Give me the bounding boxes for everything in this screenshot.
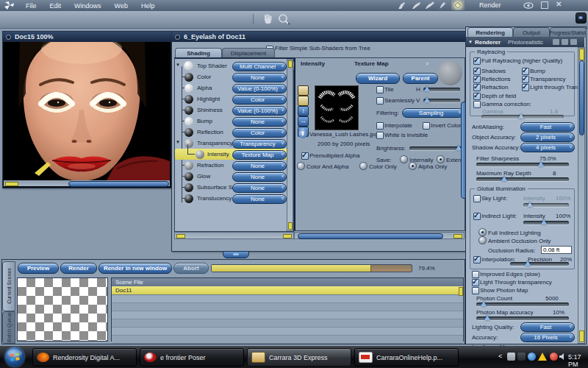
ambient-occlusion-only-radio[interactable]	[479, 237, 486, 244]
object-accuracy-dropdown[interactable]: 2 pixels»	[520, 132, 575, 142]
channel-type-dropdown[interactable]: Transparency»	[232, 139, 287, 149]
sky-light-checkbox[interactable]	[473, 195, 481, 202]
tree-row-highlight[interactable]: HighlightColor»	[175, 93, 293, 105]
tree-row-bump[interactable]: BumpNone»	[175, 116, 293, 127]
pan-hand-icon[interactable]	[262, 13, 273, 25]
seamlessly-checkbox[interactable]	[376, 97, 384, 105]
tree-row-top-shader[interactable]: ▼ Top Shader Multi Channel»	[175, 60, 293, 71]
white-invisible-checkbox[interactable]	[376, 132, 384, 139]
panel-toggle-button[interactable]	[576, 13, 587, 24]
wizard-button[interactable]: Wizard	[356, 73, 400, 84]
scene-list-header[interactable]: Scene File	[112, 278, 463, 286]
light-through-trans-checkbox[interactable]	[522, 84, 529, 91]
tree-row-transparency[interactable]: ▼TransparencyTransparency»	[175, 138, 293, 149]
scene-row-empty[interactable]	[112, 319, 463, 328]
occlusion-radius-input[interactable]	[541, 246, 572, 254]
interpolation-checkbox[interactable]	[473, 256, 481, 263]
panel-collapse-handle[interactable]	[223, 251, 249, 258]
scroll-cap[interactable]	[5, 182, 18, 186]
scroll-thumb[interactable]	[68, 181, 169, 187]
taskbar-item-carrara[interactable]: Carrara 3D Express	[247, 348, 351, 367]
maximize-icon[interactable]	[541, 1, 548, 9]
shader-titlebar[interactable]: 6_Eyelash of Doc11	[172, 32, 465, 42]
tree-vscrollbar[interactable]	[287, 59, 293, 231]
tile-h-slider[interactable]	[423, 88, 460, 91]
invert-color-checkbox[interactable]	[423, 122, 430, 130]
tree-row-color[interactable]: ColorNone»	[175, 71, 293, 82]
viewport-canvas[interactable]	[4, 42, 170, 180]
tree-row-glow[interactable]: GlowNone»	[175, 171, 293, 182]
filter-sharpness-slider[interactable]	[476, 163, 569, 166]
abort-button[interactable]: Abort	[173, 263, 209, 274]
tile-v-slider[interactable]	[423, 99, 460, 102]
burner-icon[interactable]	[550, 353, 558, 361]
update-icon[interactable]	[528, 353, 536, 361]
flip-vertical-icon[interactable]: ↕	[298, 106, 309, 116]
taskbar-item-renderosity[interactable]: Renderosity Digital A...	[32, 348, 137, 367]
filtering-dropdown[interactable]: Sampling»	[402, 108, 464, 118]
channel-type-dropdown[interactable]: Texture Map»	[232, 150, 287, 160]
top-shader-type-dropdown[interactable]: Multi Channel»	[232, 62, 287, 71]
tray-chevron-icon[interactable]: <	[498, 353, 502, 360]
viewport-titlebar[interactable]: Doc15 100%	[3, 32, 171, 42]
eye-icon[interactable]	[523, 2, 534, 9]
security-icon[interactable]	[517, 353, 526, 361]
menu-file[interactable]: File	[19, 2, 43, 10]
scene-list-scroll-cap[interactable]	[459, 287, 463, 296]
tab-displacement[interactable]: Displacement	[222, 48, 275, 58]
channel-type-dropdown[interactable]: None»	[232, 194, 287, 204]
indirect-light-checkbox[interactable]	[473, 213, 481, 220]
start-button[interactable]	[5, 347, 24, 367]
taskbar-item-help-pdf[interactable]: CarraraOnlineHelp.p...	[354, 348, 459, 367]
photon-accuracy-slider[interactable]	[476, 316, 569, 320]
refraction-checkbox[interactable]	[473, 84, 481, 91]
channel-type-dropdown[interactable]: None»	[232, 161, 287, 171]
premultiplied-alpha-checkbox[interactable]	[301, 152, 309, 160]
scene-row-doc11[interactable]: Doc11	[112, 286, 463, 295]
tree-row-translucency[interactable]: TranslucencyNone»	[175, 193, 293, 204]
color-only-radio[interactable]	[360, 163, 367, 169]
full-indirect-lighting-radio[interactable]	[479, 229, 486, 236]
menu-help[interactable]: Help	[135, 2, 162, 10]
model-room-icon[interactable]	[412, 1, 422, 10]
nodes-icon[interactable]	[553, 39, 559, 45]
channel-type-dropdown[interactable]: Color»	[232, 95, 287, 105]
interpolate-checkbox[interactable]	[376, 122, 384, 130]
open-folder-icon[interactable]	[298, 96, 309, 106]
tree-row-subsurface[interactable]: Subsurface ScNone»	[175, 182, 293, 193]
tab-batch-queue[interactable]: Batch Queue	[2, 311, 15, 344]
channel-type-dropdown[interactable]: None»	[232, 172, 287, 182]
menu-web[interactable]: Web	[108, 2, 135, 10]
printer-icon[interactable]	[570, 39, 577, 45]
texture-hscrollbar[interactable]	[294, 232, 465, 239]
channel-type-dropdown[interactable]: None»	[232, 183, 287, 193]
scene-row-empty[interactable]	[112, 311, 463, 319]
window-gadget-icon[interactable]	[175, 35, 180, 40]
render-new-window-button[interactable]: Render in new window	[98, 263, 172, 274]
tab-current-scenes[interactable]: Current Scenes	[2, 261, 15, 311]
menu-windows[interactable]: Windows	[68, 2, 108, 10]
full-raytracing-checkbox[interactable]	[473, 57, 481, 65]
color-and-alpha-radio[interactable]	[298, 163, 304, 169]
gamma-slider[interactable]	[481, 115, 564, 118]
menu-edit[interactable]: Edit	[43, 2, 68, 10]
tab-progress-statistics[interactable]: Progress/Statist.	[550, 27, 587, 38]
tab-output[interactable]: Output	[513, 27, 550, 38]
network-icon[interactable]	[507, 353, 515, 361]
channel-type-dropdown[interactable]: Value (0-100%)»	[232, 84, 287, 93]
tile-checkbox[interactable]	[376, 86, 384, 93]
precision-slider[interactable]	[510, 262, 569, 266]
flip-horizontal-icon[interactable]: ↔	[298, 116, 309, 127]
brightness-slider[interactable]	[409, 146, 462, 150]
save-preset-icon[interactable]	[562, 39, 568, 45]
open-file-icon[interactable]	[298, 85, 309, 96]
viewport-hscrollbar[interactable]	[4, 180, 170, 186]
depth-of-field-checkbox[interactable]	[473, 93, 481, 100]
save-internally-radio[interactable]	[401, 156, 407, 163]
texture-room-icon[interactable]	[425, 1, 435, 10]
antialiasing-dropdown[interactable]: Fast»	[520, 122, 575, 132]
tab-rendering[interactable]: Rendering	[467, 27, 513, 38]
tree-row-intensity-selected[interactable]: Intensity Texture Map»	[175, 149, 293, 160]
scene-row-empty[interactable]	[112, 303, 463, 311]
channel-type-dropdown[interactable]: None»	[232, 73, 287, 82]
